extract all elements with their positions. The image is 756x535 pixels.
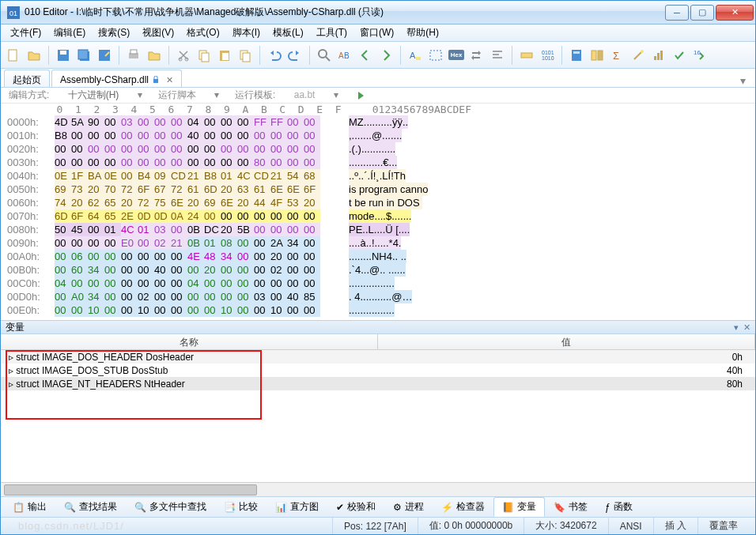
btab-histogram[interactable]: 📊 直方图 xyxy=(266,497,327,517)
menu-help[interactable]: 帮助(H) xyxy=(400,24,445,41)
svg-rect-34 xyxy=(657,53,660,60)
new-tab-icon[interactable]: ▾ xyxy=(734,74,752,87)
back-icon[interactable] xyxy=(356,46,375,65)
menu-search[interactable]: 搜索(S) xyxy=(92,24,136,41)
save-all-icon[interactable] xyxy=(74,46,93,65)
undo-icon[interactable] xyxy=(265,46,284,65)
pin-icon[interactable]: ▾ xyxy=(734,322,739,333)
hex-row[interactable]: 00B0h:00603400000040000020000000020000.`… xyxy=(7,263,749,277)
hex-view[interactable]: 0000h:4D5A90000300000004000000FFFF0000MZ… xyxy=(1,115,755,320)
histogram-icon[interactable] xyxy=(649,46,668,65)
hex-row[interactable]: 0080h:504500014C0103000BDC205B00000000PE… xyxy=(7,223,749,236)
highlight-icon[interactable]: A xyxy=(406,46,425,65)
copy-icon[interactable] xyxy=(195,46,214,65)
hex-row[interactable]: 0030h:00000000000000000000000080000000..… xyxy=(7,156,749,169)
cut-icon[interactable] xyxy=(174,46,193,65)
goto-hex-icon[interactable]: 16 xyxy=(690,46,709,65)
menu-template[interactable]: 模板(L) xyxy=(266,24,310,41)
variables-panel: 名称 值 ▹ struct IMAGE_DOS_HEADER DosHeader… xyxy=(1,334,755,496)
menu-format[interactable]: 格式(O) xyxy=(180,24,225,41)
ruler-icon[interactable] xyxy=(517,46,536,65)
h-scrollbar[interactable] xyxy=(1,482,755,496)
btab-findfiles[interactable]: 🔍 多文件中查找 xyxy=(126,497,215,517)
minimize-button[interactable]: ─ xyxy=(665,5,689,21)
calculator-icon[interactable] xyxy=(567,46,586,65)
hex-row[interactable]: 00A0h:00060000000000004E48340000200000..… xyxy=(7,250,749,263)
hex-row[interactable]: 0050h:69732070726F6772616D2063616E6E6Fis… xyxy=(7,183,749,196)
binary-icon[interactable]: 01011010 xyxy=(538,46,557,65)
hex-row[interactable]: 00E0h:00001000001000000000100000100000..… xyxy=(7,303,749,317)
run-template-icon[interactable] xyxy=(354,89,369,103)
svg-rect-7 xyxy=(99,50,110,61)
compare-icon[interactable] xyxy=(588,46,607,65)
bottom-tabs: 📋 输出 🔍 查找结果 🔍 多文件中查找 📑 比较 📊 直方图 ✔ 校验和 ⚙ … xyxy=(1,496,755,517)
btab-inspector[interactable]: ⚡ 检查器 xyxy=(433,497,493,517)
hex-row[interactable]: 0070h:6D6F64652E0D0D0A2400000000000000mo… xyxy=(7,209,749,223)
search-icon[interactable] xyxy=(315,46,334,65)
hex-icon[interactable]: Hex xyxy=(447,46,466,65)
close-button[interactable]: ✕ xyxy=(716,5,754,21)
menu-window[interactable]: 窗口(W) xyxy=(353,24,400,41)
hex-row[interactable]: 0090h:00000000E00002210B010800002A3400..… xyxy=(7,236,749,250)
menu-script[interactable]: 脚本(I) xyxy=(226,24,266,41)
variable-row[interactable]: ▹ struct IMAGE_DOS_STUB DosStub40h xyxy=(1,364,755,377)
tab-close-icon[interactable]: ✕ xyxy=(166,75,173,85)
menu-edit[interactable]: 编辑(E) xyxy=(47,24,92,41)
paste-icon[interactable] xyxy=(215,46,234,65)
variables-panel-header[interactable]: 变量▾✕ xyxy=(1,320,755,334)
btab-find[interactable]: 🔍 查找结果 xyxy=(55,497,126,517)
btab-checksum[interactable]: ✔ 校验和 xyxy=(327,497,384,517)
btab-output[interactable]: 📋 输出 xyxy=(4,497,55,517)
btab-process[interactable]: ⚙ 进程 xyxy=(384,497,433,517)
print-icon[interactable] xyxy=(124,46,143,65)
svg-rect-15 xyxy=(222,53,229,60)
tab-start[interactable]: 起始页 xyxy=(4,70,50,87)
menu-file[interactable]: 文件(F) xyxy=(4,24,47,41)
svg-text:01: 01 xyxy=(9,9,17,17)
svg-rect-6 xyxy=(78,50,88,59)
tab-file[interactable]: Assembly-CSharp.dll ✕ xyxy=(51,70,182,87)
btab-compare[interactable]: 📑 比较 xyxy=(215,497,266,517)
new-file-icon[interactable] xyxy=(4,46,23,65)
btab-variables[interactable]: 📙 变量 xyxy=(493,497,545,517)
sigma-icon[interactable]: Σ xyxy=(608,46,627,65)
col-value[interactable]: 值 xyxy=(378,334,755,349)
variables-list[interactable]: ▹ struct IMAGE_DOS_HEADER DosHeader0h▹ s… xyxy=(1,350,755,482)
forward-icon[interactable] xyxy=(376,46,395,65)
hex-row[interactable]: 0060h:742062652072756E20696E20444F5320t … xyxy=(7,196,749,209)
find-replace-icon[interactable]: AB xyxy=(335,46,354,65)
svg-rect-23 xyxy=(430,51,441,60)
file-tabs: 起始页 Assembly-CSharp.dll ✕ ▾ xyxy=(1,69,755,88)
maximize-button[interactable]: ▢ xyxy=(690,5,714,21)
align-icon[interactable] xyxy=(488,46,507,65)
open-folder-icon[interactable] xyxy=(25,46,43,65)
hex-row[interactable]: 0000h:4D5A90000300000004000000FFFF0000MZ… xyxy=(7,115,749,129)
save-as-icon[interactable] xyxy=(95,46,114,65)
hex-row[interactable]: 0020h:00000000000000000000000000000000.(… xyxy=(7,142,749,156)
variable-row[interactable]: ▹ struct IMAGE_NT_HEADERS NtHeader80h xyxy=(1,377,755,390)
close-panel-icon[interactable]: ✕ xyxy=(743,322,750,333)
hex-row[interactable]: 0040h:0E1FBA0E00B409CD21B8014CCD215468..… xyxy=(7,169,749,183)
swap-icon[interactable] xyxy=(467,46,486,65)
checksum-icon[interactable] xyxy=(670,46,689,65)
col-name[interactable]: 名称 xyxy=(1,334,378,349)
select-icon[interactable] xyxy=(426,46,445,65)
variable-row[interactable]: ▹ struct IMAGE_DOS_HEADER DosHeader0h xyxy=(1,350,755,364)
hex-header: 编辑方式: 十六进制(H) ▾ 运行脚本 ▾ 运行模板: aa.bt ▾ xyxy=(1,88,755,104)
redo-icon[interactable] xyxy=(285,46,304,65)
menu-view[interactable]: 视图(V) xyxy=(136,24,180,41)
hex-row[interactable]: 0010h:B8000000000000004000000000000000,.… xyxy=(7,129,749,142)
svg-rect-22 xyxy=(416,57,421,60)
copy2-icon[interactable] xyxy=(236,46,255,65)
btab-functions[interactable]: ƒ 函数 xyxy=(596,497,641,517)
save-icon[interactable] xyxy=(54,46,73,65)
hex-row[interactable]: 00D0h:00A03400000200000000000003004085. … xyxy=(7,290,749,303)
wand-icon[interactable] xyxy=(629,46,648,65)
hex-row[interactable]: 00C0h:04000000000000000400000000000000..… xyxy=(7,277,749,290)
menu-tools[interactable]: 工具(T) xyxy=(310,24,353,41)
btab-bookmarks[interactable]: 🔖 书签 xyxy=(545,497,596,517)
svg-point-18 xyxy=(319,50,327,58)
folder-icon[interactable] xyxy=(145,46,164,65)
svg-text:A: A xyxy=(338,51,344,60)
toolbar: AB A Hex 01011010 Σ 16 xyxy=(1,42,755,69)
